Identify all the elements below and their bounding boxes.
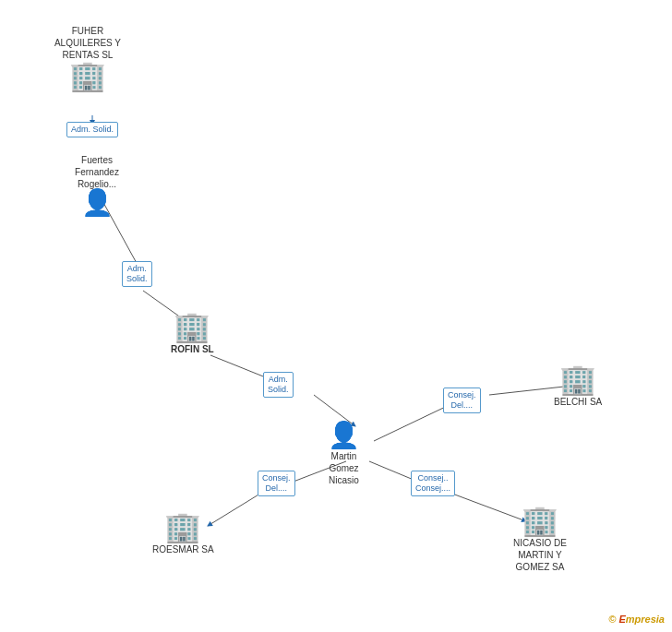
node-belchi[interactable]: 🏢 BELCHI SA	[554, 364, 602, 408]
martin-person-icon: 👤	[328, 423, 360, 448]
node-fuertes[interactable]: Fuertes Fernandez Rogelio... 👤	[60, 152, 134, 216]
fuertes-label: Fuertes Fernandez Rogelio...	[60, 154, 134, 190]
roesmar-building-icon: 🏢	[164, 512, 201, 542]
node-rofin[interactable]: 🏢 ROFIN SL	[171, 312, 214, 355]
fuher-label: FUHER ALQUILERES Y RENTAS SL	[51, 25, 125, 61]
badge-adm3[interactable]: Adm.Solid.	[263, 372, 294, 398]
badge-consej1[interactable]: Consej.Del....	[443, 388, 481, 413]
fuher-building-icon: 🏢	[69, 61, 106, 90]
nicasio-label: NICASIO DE MARTIN Y GOMEZ SA	[503, 537, 577, 573]
belchi-label: BELCHI SA	[554, 396, 602, 408]
belchi-building-icon: 🏢	[559, 364, 596, 394]
nicasio-building-icon: 🏢	[522, 506, 558, 535]
badge-adm2[interactable]: Adm.Solid.	[122, 261, 152, 287]
watermark: © Empresia	[608, 614, 665, 625]
badge-consej2[interactable]: Consej.Del....	[258, 471, 295, 496]
node-fuher[interactable]: FUHER ALQUILERES Y RENTAS SL 🏢	[51, 23, 125, 90]
rofin-building-icon: 🏢	[174, 312, 210, 341]
badge-adm1[interactable]: Adm. Solid.	[66, 122, 118, 137]
node-martin[interactable]: 👤 MartinGomezNicasio	[328, 423, 360, 486]
martin-label: MartinGomezNicasio	[329, 450, 359, 486]
roesmar-label: ROESMAR SA	[152, 543, 214, 555]
fuertes-person-icon: 👤	[81, 190, 114, 216]
rofin-label: ROFIN SL	[171, 343, 214, 355]
node-roesmar[interactable]: 🏢 ROESMAR SA	[152, 512, 214, 555]
graph-canvas: FUHER ALQUILERES Y RENTAS SL 🏢 Adm. Soli…	[0, 0, 672, 632]
node-nicasio[interactable]: 🏢 NICASIO DE MARTIN Y GOMEZ SA	[503, 506, 577, 573]
badge-consej3[interactable]: Consej..Consej....	[411, 471, 455, 496]
